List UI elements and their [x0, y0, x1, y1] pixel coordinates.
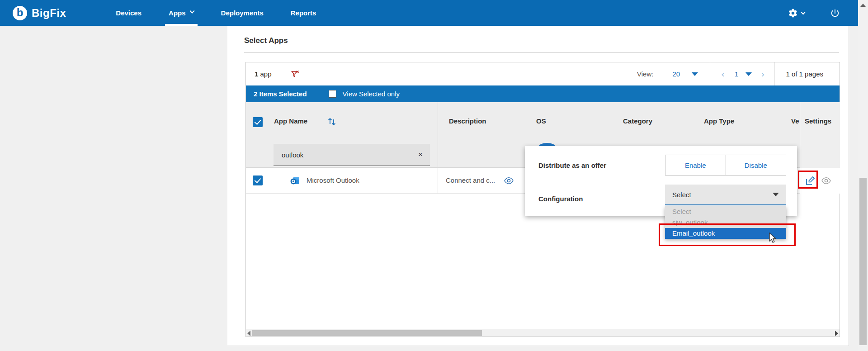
- horizontal-scrollbar[interactable]: [246, 329, 840, 337]
- select-all-checkbox[interactable]: [253, 117, 263, 127]
- column-header-description[interactable]: Description: [449, 117, 486, 125]
- result-count: 1 app: [255, 70, 272, 78]
- page-size-value[interactable]: 20: [672, 70, 680, 78]
- vertical-scrollbar[interactable]: [858, 0, 868, 351]
- chevron-down-icon: [801, 10, 806, 14]
- chevron-down-icon: [189, 8, 194, 13]
- eye-icon: [821, 176, 831, 186]
- result-count-number: 1: [255, 70, 258, 78]
- result-count-label: app: [260, 70, 272, 78]
- gear-icon: [788, 8, 798, 18]
- bigfix-logo[interactable]: b BigFix: [13, 6, 66, 20]
- selection-bar: 2 Items Selected View Selected only: [246, 85, 840, 102]
- view-label: View:: [637, 70, 653, 78]
- nav-item-apps[interactable]: Apps: [155, 0, 208, 26]
- page-number-value[interactable]: 1: [735, 70, 738, 78]
- nav-item-devices[interactable]: Devices: [102, 0, 155, 26]
- bigfix-logo-icon: b: [13, 6, 27, 20]
- view-description-button[interactable]: [504, 176, 514, 188]
- configuration-select-value: Select: [672, 191, 691, 199]
- table-toolbar: 1 app View: 20 ‹ 1 › 1 of 1 pages: [246, 62, 840, 85]
- brand-name: BigFix: [32, 7, 66, 19]
- edit-icon: [805, 176, 816, 186]
- column-header-settings: Settings: [805, 117, 831, 125]
- configuration-dropdown-list: Select sjw_outlook Email_outlook: [665, 206, 786, 239]
- column-header-category[interactable]: Category: [623, 117, 652, 125]
- title-divider: [244, 52, 839, 53]
- disable-button[interactable]: Disable: [726, 155, 786, 175]
- filter-clear-icon: [291, 70, 300, 79]
- configuration-label: Configuration: [538, 195, 583, 203]
- column-divider: [438, 102, 438, 194]
- configuration-select[interactable]: Select: [665, 185, 786, 205]
- row-checkbox[interactable]: [253, 176, 263, 185]
- clear-filter-button[interactable]: [291, 70, 300, 79]
- select-dropdown-icon: [773, 193, 779, 196]
- settings-cell: [800, 168, 840, 194]
- offer-toggle-group: Enable Disable: [665, 155, 786, 176]
- clear-search-icon[interactable]: ×: [418, 150, 423, 159]
- horizontal-scrollbar-thumb[interactable]: [252, 330, 482, 336]
- option-sjw-outlook[interactable]: sjw_outlook: [665, 217, 786, 228]
- scroll-right-arrow-icon[interactable]: [835, 331, 838, 336]
- logo-letter: b: [17, 7, 24, 18]
- nav-item-deployments[interactable]: Deployments: [208, 0, 277, 26]
- vertical-scrollbar-thumb[interactable]: [859, 178, 867, 345]
- settings-gear-button[interactable]: [788, 8, 805, 18]
- option-email-outlook[interactable]: Email_outlook: [665, 228, 786, 239]
- option-select[interactable]: Select: [665, 206, 786, 217]
- items-selected-text: 2 Items Selected: [254, 90, 307, 98]
- column-header-app-name[interactable]: App Name: [274, 117, 307, 125]
- page-number-dropdown-icon[interactable]: [745, 72, 752, 76]
- nav-label: Devices: [116, 9, 142, 17]
- top-navbar: b BigFix Devices Apps Deployments Report…: [0, 0, 858, 26]
- nav-item-reports[interactable]: Reports: [277, 0, 330, 26]
- distribute-offer-label: Distribute as an offer: [538, 161, 606, 169]
- view-selected-only-label: View Selected only: [343, 90, 400, 98]
- view-selected-only-checkbox[interactable]: [329, 90, 336, 98]
- pagination: View: 20 ‹ 1 › 1 of 1 pages: [637, 62, 840, 85]
- sort-arrows-icon: [326, 116, 338, 128]
- nav-label: Reports: [291, 9, 316, 17]
- main-nav: Devices Apps Deployments Reports: [102, 0, 330, 26]
- app-settings-popup: Distribute as an offer Enable Disable Co…: [525, 146, 797, 216]
- column-header-version-truncated[interactable]: Ve: [791, 117, 799, 125]
- eye-icon: [504, 176, 514, 186]
- scroll-up-arrow-icon[interactable]: [860, 4, 866, 7]
- mouse-cursor-icon: [769, 232, 778, 246]
- column-header-app-type[interactable]: App Type: [704, 117, 734, 125]
- enable-button[interactable]: Enable: [665, 155, 726, 175]
- navbar-actions: [788, 8, 840, 18]
- pages-label: 1 of 1 pages: [786, 70, 823, 78]
- app-name-cell: Microsoft Outlook: [307, 176, 359, 184]
- page-title: Select Apps: [244, 36, 288, 45]
- nav-label: Apps: [169, 9, 186, 17]
- settings-column-header: Settings: [800, 102, 840, 168]
- page-size-dropdown-icon[interactable]: [692, 72, 698, 76]
- outlook-app-icon: [290, 176, 300, 187]
- nav-label: Deployments: [221, 9, 264, 17]
- column-header-os[interactable]: OS: [536, 117, 546, 125]
- divider: [774, 62, 775, 85]
- logout-power-button[interactable]: [830, 8, 840, 18]
- view-settings-button[interactable]: [821, 176, 831, 186]
- app-name-filter-input[interactable]: [274, 151, 405, 159]
- power-icon: [830, 8, 840, 18]
- sort-button[interactable]: [326, 116, 338, 129]
- next-page-button[interactable]: ›: [752, 69, 764, 80]
- app-name-filter: ×: [274, 144, 430, 166]
- description-cell: Connect and c...: [446, 176, 495, 184]
- edit-settings-button[interactable]: [805, 176, 816, 186]
- scroll-left-arrow-icon[interactable]: [247, 331, 250, 336]
- prev-page-button[interactable]: ‹: [710, 69, 725, 80]
